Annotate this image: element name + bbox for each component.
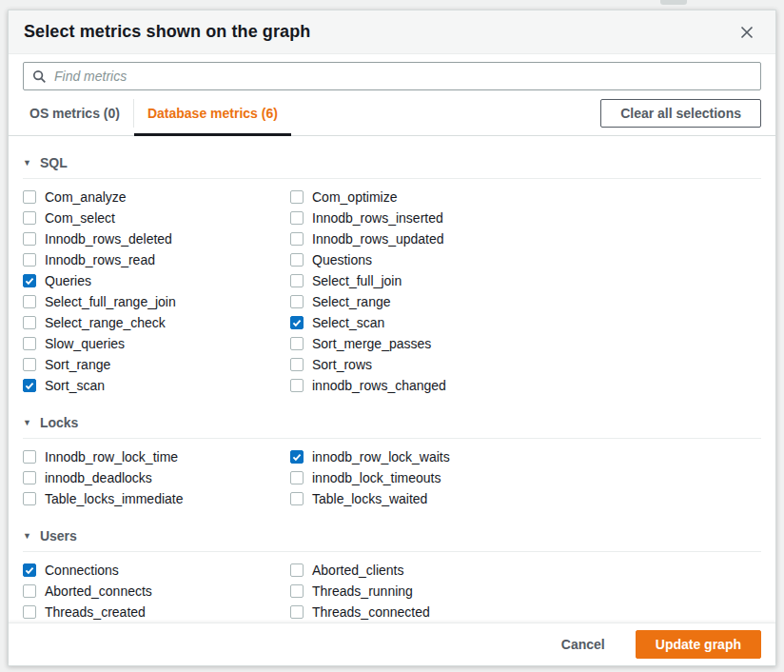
section-header-users[interactable]: ▼Users (23, 528, 761, 544)
metric-row[interactable]: Sort_range (23, 354, 290, 375)
search-input[interactable] (54, 69, 752, 84)
tab-database-metrics[interactable]: Database metrics (6) (134, 90, 291, 136)
metric-row[interactable]: Select_range_check (23, 312, 290, 333)
metric-row[interactable]: innodb_lock_timeouts (290, 467, 558, 488)
section-header-locks[interactable]: ▼Locks (23, 415, 761, 430)
section-title: Locks (40, 415, 78, 430)
metric-row[interactable]: Threads_connected (290, 602, 558, 623)
search-icon (32, 69, 47, 84)
tab-os-metrics[interactable]: OS metrics (0) (16, 90, 133, 136)
checkbox-unchecked[interactable] (290, 211, 304, 225)
metric-row[interactable]: Innodb_rows_read (23, 249, 290, 270)
metric-row[interactable]: Table_locks_immediate (23, 488, 290, 509)
metric-column: Com_analyzeCom_selectInnodb_rows_deleted… (23, 187, 290, 396)
checkbox-unchecked[interactable] (23, 605, 36, 619)
section-users: ▼UsersConnectionsAborted_connectsThreads… (23, 528, 761, 623)
metric-label: Connections (45, 563, 119, 578)
collapse-triangle-icon: ▼ (23, 532, 31, 541)
checkbox-unchecked[interactable] (23, 232, 36, 246)
checkbox-unchecked[interactable] (290, 379, 304, 392)
metric-row[interactable]: Com_optimize (290, 187, 558, 208)
metric-row[interactable]: Aborted_clients (290, 560, 558, 581)
metric-row[interactable]: Innodb_rows_deleted (23, 228, 290, 249)
checkbox-unchecked[interactable] (290, 358, 304, 371)
checkbox-unchecked[interactable] (23, 337, 36, 350)
metric-row[interactable]: Com_select (23, 208, 290, 228)
metric-row[interactable]: Innodb_rows_updated (290, 228, 558, 249)
sections: ▼SQLCom_analyzeCom_selectInnodb_rows_del… (23, 155, 761, 623)
modal-footer: Cancel Update graph (9, 623, 775, 665)
checkbox-unchecked[interactable] (23, 316, 36, 329)
metric-row[interactable]: Threads_created (23, 602, 290, 623)
checkbox-unchecked[interactable] (290, 471, 304, 484)
checkbox-unchecked[interactable] (23, 253, 36, 267)
metric-row[interactable]: Select_scan (290, 312, 558, 333)
close-button[interactable] (735, 21, 758, 44)
checkbox-checked[interactable] (290, 450, 304, 464)
metric-row[interactable]: Threads_running (290, 581, 558, 602)
checkbox-unchecked[interactable] (23, 584, 36, 598)
metric-row[interactable]: Connections (23, 560, 290, 581)
metric-row[interactable]: Select_full_join (290, 270, 558, 291)
metric-row[interactable]: Slow_queries (23, 333, 290, 354)
checkbox-unchecked[interactable] (23, 358, 36, 371)
metric-label: Aborted_connects (45, 583, 152, 599)
checkbox-unchecked[interactable] (290, 274, 304, 287)
checkbox-checked[interactable] (290, 316, 304, 329)
metric-label: Select_full_range_join (45, 294, 176, 309)
metric-row[interactable]: Table_locks_waited (290, 488, 558, 509)
metric-column: innodb_row_lock_waitsinnodb_lock_timeout… (290, 446, 558, 509)
checkbox-unchecked[interactable] (290, 563, 304, 577)
metric-row[interactable]: innodb_rows_changed (290, 375, 558, 396)
checkbox-unchecked[interactable] (23, 492, 36, 505)
checkbox-unchecked[interactable] (290, 253, 304, 267)
search-box[interactable] (23, 62, 761, 90)
metric-row[interactable]: Innodb_rows_inserted (290, 208, 558, 228)
section-header-sql[interactable]: ▼SQL (23, 155, 761, 170)
metric-label: Select_range_check (45, 315, 166, 330)
collapse-triangle-icon: ▼ (23, 159, 31, 168)
metric-row[interactable]: Queries (23, 270, 290, 291)
metric-row[interactable]: Sort_rows (290, 354, 558, 375)
metric-label: Innodb_rows_updated (312, 231, 444, 247)
checkbox-unchecked[interactable] (23, 190, 36, 204)
tabs-row: OS metrics (0)Database metrics (6) Clear… (9, 90, 775, 136)
metric-row[interactable]: Innodb_row_lock_time (23, 446, 290, 467)
metric-label: Innodb_row_lock_time (45, 449, 178, 464)
checkbox-checked[interactable] (23, 379, 36, 392)
metric-label: Innodb_rows_read (45, 252, 155, 267)
cancel-button[interactable]: Cancel (559, 633, 607, 656)
metric-label: Threads_created (45, 604, 146, 620)
metric-row[interactable]: Sort_merge_passes (290, 333, 558, 354)
checkbox-unchecked[interactable] (23, 471, 36, 484)
close-icon (739, 25, 755, 40)
metric-row[interactable]: Sort_scan (23, 375, 290, 396)
update-graph-button[interactable]: Update graph (636, 630, 761, 659)
checkbox-unchecked[interactable] (290, 492, 304, 505)
checkbox-unchecked[interactable] (290, 232, 304, 246)
clear-all-selections-button[interactable]: Clear all selections (600, 99, 761, 128)
checkbox-unchecked[interactable] (290, 584, 304, 598)
checkbox-unchecked[interactable] (290, 337, 304, 350)
checkbox-unchecked[interactable] (23, 295, 36, 308)
checkbox-unchecked[interactable] (23, 211, 36, 225)
metric-label: Sort_range (45, 357, 110, 372)
metric-row[interactable]: innodb_deadlocks (23, 467, 290, 488)
section-locks: ▼LocksInnodb_row_lock_timeinnodb_deadloc… (23, 415, 761, 509)
metric-row[interactable]: Questions (290, 249, 558, 270)
metric-row[interactable]: innodb_row_lock_waits (290, 446, 558, 467)
checkbox-checked[interactable] (23, 563, 36, 577)
metric-label: Com_optimize (312, 189, 397, 205)
checkbox-unchecked[interactable] (290, 605, 304, 619)
metric-row[interactable]: Com_analyze (23, 187, 290, 208)
metric-row[interactable]: Select_full_range_join (23, 291, 290, 312)
metric-row[interactable]: Select_range (290, 291, 558, 312)
checkbox-checked[interactable] (23, 274, 36, 287)
checkbox-unchecked[interactable] (290, 295, 304, 308)
checkbox-unchecked[interactable] (23, 450, 36, 464)
checkbox-unchecked[interactable] (290, 190, 304, 204)
metric-label: Sort_merge_passes (312, 336, 431, 351)
section-divider (23, 178, 761, 179)
metric-row[interactable]: Aborted_connects (23, 581, 290, 602)
metric-column: ConnectionsAborted_connectsThreads_creat… (23, 560, 290, 623)
